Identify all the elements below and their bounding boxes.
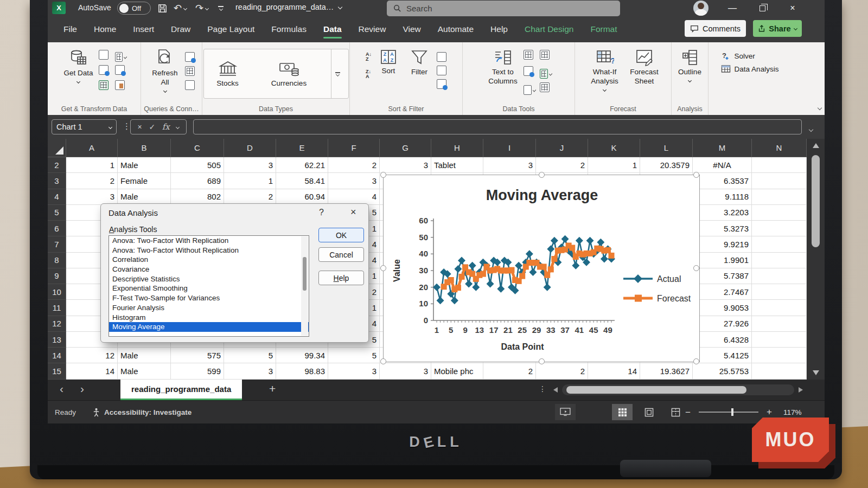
column-header-F[interactable]: F: [328, 139, 380, 157]
presentation-mode-icon[interactable]: [555, 404, 576, 420]
analysis-tool-option[interactable]: Anova: Two-Factor Without Replication: [109, 246, 309, 255]
from-web-icon[interactable]: [99, 65, 108, 75]
column-header-H[interactable]: H: [431, 139, 483, 157]
zoom-in-button[interactable]: +: [767, 407, 772, 418]
cell-H15[interactable]: Mobile phc: [431, 363, 483, 379]
dialog-close-icon[interactable]: ×: [350, 207, 356, 218]
row-header-14[interactable]: 14: [48, 348, 66, 363]
cell-B14[interactable]: Male: [118, 348, 171, 363]
cell-M9[interactable]: 5.7387: [693, 268, 752, 284]
cancel-button[interactable]: Cancel: [318, 247, 364, 262]
cell-D2[interactable]: 3: [224, 157, 276, 173]
cell-M15[interactable]: 25.5753: [693, 363, 752, 379]
dialog-help-icon[interactable]: ?: [319, 208, 324, 217]
cell-F14[interactable]: 5: [328, 348, 380, 363]
sort-button[interactable]: Z A A Z Sort: [375, 48, 402, 76]
analysis-tool-option[interactable]: Correlation: [109, 255, 309, 265]
cell-B2[interactable]: Male: [118, 157, 171, 173]
cell-E3[interactable]: 58.41: [276, 173, 328, 189]
row-header-5[interactable]: 5: [48, 205, 66, 221]
cell-A14[interactable]: 12: [66, 348, 118, 363]
column-header-M[interactable]: M: [693, 139, 752, 157]
cell-N9[interactable]: [752, 268, 807, 284]
tab-automate[interactable]: Automate: [438, 21, 474, 37]
cell-F2[interactable]: 2: [328, 157, 380, 173]
scroll-right-icon[interactable]: [799, 387, 803, 393]
cell-M8[interactable]: 1.9901: [693, 253, 752, 268]
cell-D3[interactable]: 1: [224, 173, 276, 189]
recent-sources-icon[interactable]: [115, 50, 127, 64]
normal-view-button[interactable]: [612, 404, 633, 420]
cell-A4[interactable]: 3: [66, 189, 118, 205]
cell-C4[interactable]: 802: [171, 189, 224, 205]
data-analysis-dialog[interactable]: Data Analysis ? × Analysis Tools Anova: …: [100, 203, 369, 343]
column-header-B[interactable]: B: [118, 139, 171, 157]
cell-M4[interactable]: 9.1118: [693, 189, 752, 205]
solver-button[interactable]: ? Solver: [721, 51, 779, 61]
flash-fill-icon[interactable]: [524, 50, 533, 60]
cell-B3[interactable]: Female: [118, 173, 171, 189]
chart-selection-handle[interactable]: [380, 265, 386, 271]
cell-M11[interactable]: 9.9053: [693, 300, 752, 316]
chart-selection-handle[interactable]: [380, 172, 386, 178]
row-header-10[interactable]: 10: [48, 284, 66, 300]
cell-H2[interactable]: Tablet: [431, 157, 483, 173]
column-header-G[interactable]: G: [380, 139, 431, 157]
vertical-scroll-thumb[interactable]: [812, 155, 820, 247]
scroll-left-icon[interactable]: [553, 387, 558, 393]
analysis-tool-option[interactable]: Covariance: [109, 265, 309, 274]
data-types-more-button[interactable]: [331, 49, 344, 99]
dialog-list-scrollbar[interactable]: [301, 236, 308, 336]
undo-button[interactable]: ↶: [174, 1, 187, 15]
profile-avatar[interactable]: [693, 1, 709, 16]
expand-formula-bar-icon[interactable]: [809, 124, 813, 133]
customize-quick-access-icon[interactable]: [218, 1, 224, 15]
cell-E14[interactable]: 99.34: [276, 348, 328, 363]
cell-C15[interactable]: 599: [171, 363, 224, 379]
column-header-E[interactable]: E: [276, 139, 328, 157]
cell-N15[interactable]: [752, 363, 807, 379]
reapply-filter-icon[interactable]: [437, 66, 446, 75]
cell-I15[interactable]: 2: [483, 363, 536, 379]
queries-connections-icon[interactable]: [185, 52, 195, 62]
existing-connections-icon[interactable]: [115, 65, 125, 75]
cell-E15[interactable]: 98.83: [276, 363, 328, 379]
row-header-6[interactable]: 6: [48, 221, 66, 236]
save-button[interactable]: [157, 1, 168, 15]
zoom-slider-thumb[interactable]: [731, 408, 733, 416]
row-header-2[interactable]: 2: [48, 157, 66, 173]
confirm-entry-icon[interactable]: ✓: [149, 123, 155, 131]
cell-N13[interactable]: [752, 332, 807, 348]
cell-A15[interactable]: 14: [66, 363, 118, 379]
cell-K15[interactable]: 14: [588, 363, 640, 379]
tab-chart-design[interactable]: Chart Design: [525, 21, 573, 37]
comments-button[interactable]: Comments: [685, 20, 746, 37]
sort-descending-icon[interactable]: Z↓A: [366, 69, 372, 79]
cell-L2[interactable]: 20.3579: [640, 157, 693, 173]
cell-B4[interactable]: Male: [118, 189, 171, 205]
filter-button[interactable]: Filter: [405, 48, 433, 77]
cell-L15[interactable]: 19.3627: [640, 363, 693, 379]
row-header-7[interactable]: 7: [48, 236, 66, 252]
cell-A3[interactable]: 2: [66, 173, 118, 189]
column-header-J[interactable]: J: [536, 139, 588, 157]
properties-icon[interactable]: [185, 66, 195, 76]
analysis-tool-option[interactable]: Exponential Smoothing: [109, 284, 309, 293]
cell-F15[interactable]: 3: [328, 363, 380, 379]
cell-N5[interactable]: [752, 205, 807, 221]
insert-function-icon[interactable]: fx: [162, 122, 170, 132]
name-box[interactable]: Chart 1: [52, 119, 117, 134]
from-picture-icon[interactable]: [115, 80, 125, 90]
from-table-range-icon[interactable]: [99, 80, 108, 90]
autosave-toggle[interactable]: Off: [117, 2, 151, 15]
stocks-button[interactable]: Stocks: [208, 59, 247, 88]
analysis-tool-option[interactable]: Histogram: [109, 313, 309, 323]
redo-button[interactable]: ↷: [195, 1, 208, 15]
search-input[interactable]: Search: [387, 1, 620, 16]
cell-A2[interactable]: 1: [66, 157, 118, 173]
cell-B15[interactable]: Male: [118, 363, 171, 379]
moving-average-chart[interactable]: Moving Average01020304050601591317212529…: [383, 175, 700, 362]
chart-selection-handle[interactable]: [693, 358, 699, 364]
cell-M5[interactable]: 3.2203: [693, 205, 752, 221]
cell-D4[interactable]: 2: [224, 189, 276, 205]
